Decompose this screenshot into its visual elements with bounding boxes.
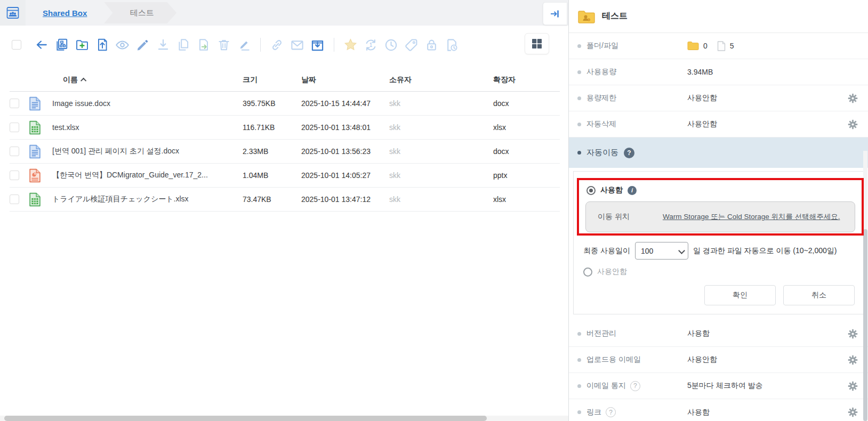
- row-checkbox[interactable]: [10, 123, 19, 132]
- column-header-owner[interactable]: 소유자: [389, 75, 493, 85]
- xlsx-file-icon: [29, 192, 41, 207]
- gear-icon: [847, 119, 858, 130]
- rename-button[interactable]: [237, 38, 251, 52]
- gear-icon: [847, 380, 858, 392]
- auto-delete-settings-button[interactable]: [847, 118, 858, 130]
- copy-button[interactable]: [176, 38, 190, 52]
- file-row[interactable]: 【한국어 번역】DCMigrator_Guide_ver.17_2... 1.0…: [10, 164, 560, 188]
- link-settings-button[interactable]: [847, 407, 858, 418]
- row-checkbox[interactable]: [10, 147, 19, 156]
- favorite-star-icon: [343, 37, 358, 53]
- move-doc-icon: [197, 38, 211, 52]
- file-name[interactable]: 【한국어 번역】DCMigrator_Guide_ver.17_2...: [52, 171, 243, 180]
- breadcrumb-current-tab[interactable]: 테스트: [104, 2, 176, 23]
- svg-text:1: 1: [369, 42, 373, 48]
- file-owner: skk: [389, 171, 493, 180]
- breadcrumb-root-link[interactable]: Shared Box: [43, 9, 87, 18]
- auto-move-disabled-radio[interactable]: [583, 268, 592, 277]
- bullet-icon: [577, 123, 581, 126]
- panel-row-auto-move[interactable]: 자동이동 ?: [569, 137, 868, 168]
- tag-button[interactable]: [404, 38, 419, 52]
- file-table: 이름 크기 날짜 소유자 확장자 Image issue.docx 395.75…: [10, 68, 560, 212]
- file-name[interactable]: [번역 001] 관리 페이지 초기 설정.docx: [52, 147, 243, 156]
- column-header-size[interactable]: 크기: [243, 75, 301, 85]
- archive-save-button[interactable]: [310, 38, 325, 52]
- row-checkbox[interactable]: [10, 195, 19, 204]
- edit-button[interactable]: [135, 38, 150, 52]
- column-header-name[interactable]: 이름: [52, 75, 243, 85]
- share-link-button[interactable]: [270, 38, 284, 52]
- file-row[interactable]: Image issue.docx 395.75KB 2025-10-15 14:…: [10, 92, 560, 116]
- column-header-date[interactable]: 날짜: [301, 75, 389, 85]
- file-owner: skk: [389, 123, 493, 132]
- vertical-scrollbar-thumb[interactable]: [863, 229, 867, 421]
- quota-settings-button[interactable]: [847, 92, 858, 104]
- row-checkbox[interactable]: [10, 99, 19, 108]
- new-folder-button[interactable]: [75, 38, 89, 52]
- edit-pencil-icon: [136, 38, 149, 52]
- favorite-button[interactable]: [343, 38, 358, 52]
- send-mail-button[interactable]: [290, 38, 304, 52]
- download-button[interactable]: [156, 38, 170, 52]
- folder-add-icon: [75, 38, 89, 52]
- select-all-checkbox[interactable]: [12, 40, 21, 50]
- move-button[interactable]: [196, 38, 211, 52]
- panel-row-auto-delete: 자동삭제 사용안함: [569, 111, 868, 137]
- back-button[interactable]: [34, 38, 49, 52]
- lock-button[interactable]: [424, 38, 439, 52]
- versioning-value: 사용함: [687, 329, 710, 338]
- info-icon[interactable]: i: [628, 186, 637, 195]
- file-size: 116.71KB: [243, 123, 301, 132]
- email-notice-help-icon[interactable]: ?: [630, 381, 640, 391]
- file-row[interactable]: トライアル検証項目チェックシート.xlsx 73.47KB 2025-10-01…: [10, 188, 560, 212]
- column-header-ext[interactable]: 확장자: [493, 75, 560, 85]
- row-checkbox[interactable]: [10, 171, 19, 180]
- history-clock-icon: [384, 38, 398, 52]
- versioning-settings-button[interactable]: [847, 328, 858, 339]
- version-sync-icon: 1: [364, 38, 378, 52]
- file-ext: xlsx: [493, 195, 560, 204]
- panel-row-quota: 용량제한 사용안함: [569, 85, 868, 111]
- file-row[interactable]: test.xlsx 116.71KB 2025-10-01 13:48:01 s…: [10, 116, 560, 140]
- file-date: 2025-10-15 14:44:47: [301, 99, 389, 108]
- doc-history-button[interactable]: [445, 38, 459, 52]
- file-count-icon: [717, 41, 726, 51]
- panel-collapse-button[interactable]: [543, 2, 567, 25]
- structure-button[interactable]: [54, 38, 69, 52]
- storage-location-link[interactable]: Warm Storage 또는 Cold Storage 위치를 선택해주세요.: [663, 212, 840, 222]
- grid-view-toggle-button[interactable]: [525, 33, 549, 54]
- preview-eye-icon: [115, 38, 130, 52]
- link-icon: [270, 38, 284, 52]
- horizontal-scrollbar-thumb[interactable]: [4, 416, 487, 421]
- upload-button[interactable]: [95, 38, 109, 52]
- bullet-icon: [577, 358, 581, 362]
- app-window: Shared Box 테스트: [0, 0, 868, 421]
- toolbar-separator: [260, 38, 261, 52]
- gear-icon: [847, 407, 858, 418]
- horizontal-scrollbar-track[interactable]: [0, 416, 568, 421]
- confirm-button[interactable]: 확인: [704, 285, 776, 305]
- auto-move-enabled-radio[interactable]: [586, 186, 596, 195]
- file-toolbar: 1: [0, 26, 568, 64]
- collapse-arrow-icon: [549, 8, 561, 20]
- file-name[interactable]: Image issue.docx: [52, 99, 243, 108]
- email-notice-settings-button[interactable]: [847, 380, 858, 392]
- preview-button[interactable]: [115, 38, 130, 52]
- bullet-icon: [577, 44, 581, 48]
- delete-button[interactable]: [216, 38, 231, 52]
- file-name[interactable]: トライアル検証項目チェックシート.xlsx: [52, 195, 243, 204]
- days-select[interactable]: 100: [635, 242, 688, 260]
- link-help-icon[interactable]: ?: [606, 407, 616, 417]
- history-button[interactable]: [384, 38, 398, 52]
- panel-row-link: 링크 ? 사용함: [569, 399, 868, 421]
- file-row[interactable]: [번역 001] 관리 페이지 초기 설정.docx 2.33MB 2025-1…: [10, 140, 560, 164]
- panel-row-upload-email: 업로드용 이메일 사용안함: [569, 347, 868, 373]
- version-button[interactable]: 1: [364, 38, 378, 52]
- upload-email-settings-button[interactable]: [847, 354, 858, 366]
- auto-move-help-icon[interactable]: ?: [624, 148, 634, 158]
- grid-view-icon: [531, 37, 543, 50]
- cancel-button[interactable]: 취소: [783, 285, 855, 305]
- panel-folder-title: 테스트: [602, 11, 628, 22]
- file-name[interactable]: test.xlsx: [52, 123, 243, 132]
- bullet-icon: [577, 410, 581, 414]
